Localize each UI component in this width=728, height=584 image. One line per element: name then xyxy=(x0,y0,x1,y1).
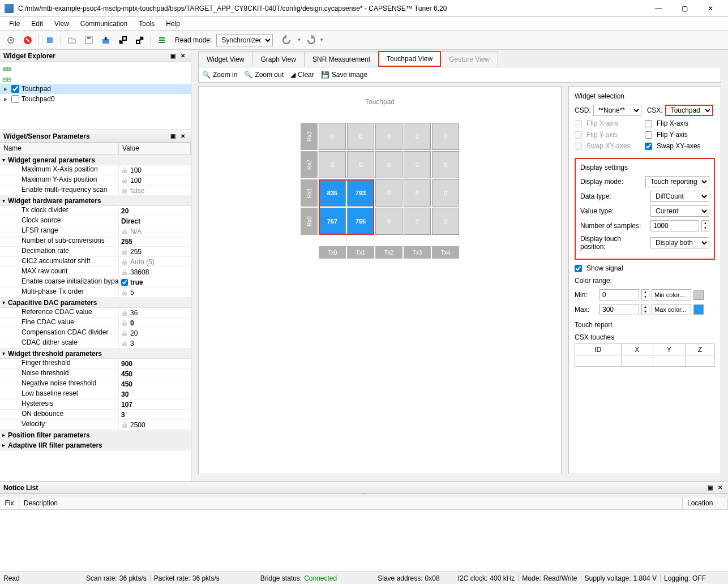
touch-pos-select[interactable]: Display both xyxy=(650,237,709,248)
send-icon[interactable] xyxy=(132,33,147,48)
notice-title: Notice List xyxy=(3,484,38,492)
close-panel-icon[interactable]: ✕ xyxy=(178,132,187,141)
collapse-all-icon[interactable]: ⊟⊟ xyxy=(2,76,11,83)
zoom-in-button[interactable]: 🔍Zoom in xyxy=(202,71,237,79)
dock-icon[interactable]: ▣ xyxy=(705,483,714,492)
display-mode-select[interactable]: Touch reporting xyxy=(645,176,709,187)
show-signal-check[interactable] xyxy=(575,265,582,272)
close-panel-icon[interactable]: ✕ xyxy=(716,483,725,492)
param-row[interactable]: Enable coarse initialization bypasstrue xyxy=(0,277,191,287)
menu-tools[interactable]: Tools xyxy=(133,18,160,29)
menu-view[interactable]: View xyxy=(49,18,75,29)
param-row[interactable]: Tx clock divider20 xyxy=(0,206,191,216)
tab-graph-view[interactable]: Graph View xyxy=(252,51,304,67)
tab-widget-view[interactable]: Widget View xyxy=(198,51,252,67)
param-row[interactable]: Hysteresis107 xyxy=(0,400,191,410)
clear-button[interactable]: ◢Clear xyxy=(290,71,314,79)
param-row[interactable]: Reference CDAC value36 xyxy=(0,308,191,318)
menu-communication[interactable]: Communication xyxy=(75,18,133,29)
param-group[interactable]: ▸Position filter parameters xyxy=(0,430,191,440)
tree-checkbox[interactable] xyxy=(11,95,19,103)
param-row[interactable]: Compensation CDAC divider20 xyxy=(0,328,191,338)
max-spinner[interactable]: ▲▼ xyxy=(641,304,649,315)
save-icon[interactable] xyxy=(82,33,96,48)
param-row[interactable]: MAX raw count38608 xyxy=(0,267,191,277)
param-group[interactable]: ▾Widget threshold parameters xyxy=(0,349,191,359)
param-group[interactable]: ▾Widget hardware parameters xyxy=(0,196,191,206)
tab-touchpad-view[interactable]: Touchpad View xyxy=(378,51,441,67)
save-image-button[interactable]: 💾Save image xyxy=(321,71,367,79)
params-col-name: Name xyxy=(0,143,119,154)
redo-icon[interactable] xyxy=(302,35,318,46)
param-row[interactable]: Decimation rate255 xyxy=(0,247,191,257)
min-input[interactable] xyxy=(599,289,639,300)
min-color-swatch xyxy=(693,290,704,300)
param-row[interactable]: Low baseline reset30 xyxy=(0,389,191,400)
num-samples-spinner[interactable]: ▲▼ xyxy=(701,220,709,231)
record-icon[interactable] xyxy=(42,33,57,48)
tree-item-touchpad0[interactable]: ▸ Touchpad0 xyxy=(0,94,191,104)
touchpad-cell: 0 xyxy=(375,179,402,207)
open-icon[interactable] xyxy=(65,33,79,48)
param-group[interactable]: ▾Capacitive DAC parameters xyxy=(0,298,191,308)
dock-icon[interactable]: ▣ xyxy=(168,132,177,141)
list-icon[interactable] xyxy=(155,33,169,48)
param-row[interactable]: Enable multi-frequency scanfalse xyxy=(0,186,191,196)
gear-icon[interactable] xyxy=(3,33,18,48)
param-row[interactable]: Velocity2500 xyxy=(0,420,191,430)
menu-edit[interactable]: Edit xyxy=(25,18,49,29)
param-row[interactable]: Finger threshold900 xyxy=(0,359,191,369)
chevron-right-icon[interactable]: ▸ xyxy=(2,85,9,93)
minimize-button[interactable]: — xyxy=(645,0,671,17)
min-color-button[interactable]: Min color... xyxy=(652,289,691,300)
max-color-button[interactable]: Max color... xyxy=(652,304,691,315)
tree-checkbox[interactable] xyxy=(11,85,19,93)
close-button[interactable]: ✕ xyxy=(697,0,723,17)
tab-snr[interactable]: SNR Measurement xyxy=(304,51,379,67)
zoom-out-button[interactable]: 🔍Zoom out xyxy=(244,71,284,79)
touchpad-cell: 0 xyxy=(432,179,459,207)
param-row[interactable]: Multi-phase Tx order5 xyxy=(0,287,191,298)
param-group[interactable]: ▾Widget general parameters xyxy=(0,155,191,165)
param-row[interactable]: Fine CDAC value0 xyxy=(0,318,191,328)
maximize-button[interactable]: ▢ xyxy=(671,0,697,17)
menu-file[interactable]: File xyxy=(3,18,25,29)
expand-all-icon[interactable]: ⊞⊞ xyxy=(2,66,11,72)
param-row[interactable]: Clock sourceDirect xyxy=(0,216,191,226)
max-input[interactable] xyxy=(599,304,639,315)
param-row[interactable]: Number of sub-conversions255 xyxy=(0,237,191,247)
param-row[interactable]: Maximum Y-Axis position100 xyxy=(0,175,191,186)
tab-gesture-view[interactable]: Gesture View xyxy=(440,51,498,67)
touchpad-cell: 0 xyxy=(432,151,459,178)
param-row[interactable]: LFSR rangeN/A xyxy=(0,226,191,237)
csx-swap-check[interactable] xyxy=(645,143,652,150)
touchpad-cell: 0 xyxy=(319,123,346,150)
export-icon[interactable] xyxy=(99,33,113,48)
csx-flip-x-check[interactable] xyxy=(645,120,652,127)
min-spinner[interactable]: ▲▼ xyxy=(641,289,649,300)
undo-icon[interactable] xyxy=(280,35,296,46)
csx-flip-y-check[interactable] xyxy=(645,131,652,139)
redo-dropdown-icon[interactable]: ▼ xyxy=(319,37,324,42)
param-row[interactable]: Maximum X-Axis position100 xyxy=(0,165,191,175)
num-samples-input[interactable] xyxy=(650,220,699,231)
param-group[interactable]: ▸Adaptive IIR filter parameters xyxy=(0,440,191,450)
read-mode-select[interactable]: Synchronized xyxy=(216,34,273,46)
tree-item-touchpad[interactable]: ▸ Touchpad xyxy=(0,84,191,94)
dock-icon[interactable]: ▣ xyxy=(168,51,177,61)
param-row[interactable]: Noise threshold450 xyxy=(0,369,191,379)
param-row[interactable]: CDAC dither scale3 xyxy=(0,338,191,349)
csx-select[interactable]: Touchpad xyxy=(665,105,713,116)
menu-help[interactable]: Help xyxy=(160,18,186,29)
param-row[interactable]: CIC2 accumulator shiftAuto (5) xyxy=(0,257,191,267)
data-type-select[interactable]: DiffCount xyxy=(650,191,709,202)
import-icon[interactable] xyxy=(115,33,130,48)
undo-dropdown-icon[interactable]: ▼ xyxy=(297,37,301,42)
stop-icon[interactable] xyxy=(20,33,35,48)
csd-select[interactable]: **None** xyxy=(593,105,641,116)
chevron-right-icon[interactable]: ▸ xyxy=(2,95,9,103)
param-row[interactable]: Negative noise threshold450 xyxy=(0,379,191,389)
value-type-select[interactable]: Current xyxy=(650,205,709,217)
close-panel-icon[interactable]: ✕ xyxy=(178,51,187,61)
param-row[interactable]: ON debounce3 xyxy=(0,410,191,420)
